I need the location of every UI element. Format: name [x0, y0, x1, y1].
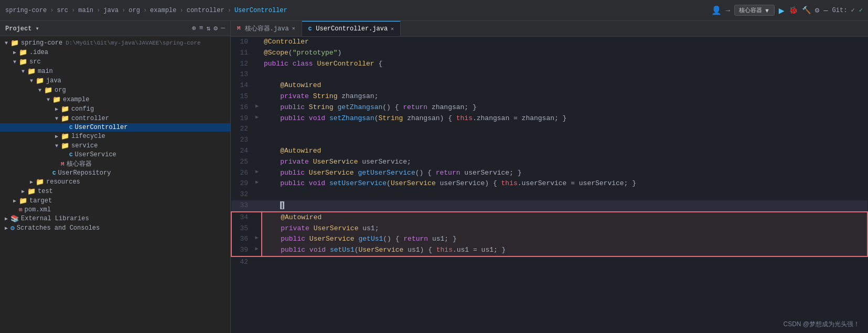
line-number: 42 — [231, 256, 252, 268]
tree-label: lifecycle — [71, 133, 105, 140]
sidebar: Project ▾ ⊕ ≡ ⇅ ⚙ — ▼ 📁 spring-core D:\M… — [0, 21, 231, 333]
tree-label: 核心容器 — [67, 159, 92, 168]
settings-icon[interactable]: ⚙ — [815, 6, 819, 15]
tab-close-btn[interactable]: ✕ — [391, 26, 394, 32]
tab-close-btn[interactable]: ✕ — [292, 25, 295, 31]
line-number: 39 — [231, 245, 252, 256]
tree-label: controller — [71, 115, 109, 122]
run-button[interactable]: ▶ — [779, 5, 785, 16]
arrow-icon[interactable]: → — [726, 6, 730, 15]
tree-item-userservice[interactable]: C UserService — [0, 151, 230, 159]
sidebar-toolbar: ⊕ ≡ ⇅ ⚙ — — [192, 24, 225, 33]
tab-usercontroller[interactable]: C UserController.java ✕ — [302, 21, 401, 36]
tree-label: UserService — [75, 151, 116, 158]
tree-item-target[interactable]: ▶ 📁 target — [0, 196, 230, 206]
tree-label: main — [38, 68, 53, 75]
xml-icon: m — [19, 207, 23, 213]
libs-icon: 📚 — [10, 214, 19, 223]
collapse-all-icon[interactable]: ≡ — [199, 24, 203, 33]
tree-arrow: ▼ — [27, 78, 36, 84]
folder-icon: 📁 — [52, 95, 61, 104]
line-code: public void setZhangsan(String zhangsan)… — [262, 113, 867, 124]
line-gutter[interactable]: ▶ — [252, 168, 262, 179]
tree-item-org[interactable]: ▼ 📁 org — [0, 85, 230, 95]
tree-arrow: ▼ — [10, 59, 19, 65]
code-line: 19▶ public void setZhangsan(String zhang… — [231, 113, 867, 124]
build-icon[interactable]: 🔨 — [802, 6, 811, 15]
tree-item-src[interactable]: ▼ 📁 src — [0, 57, 230, 67]
tree-item-example[interactable]: ▼ 📁 example — [0, 95, 230, 104]
code-line: 36▶ public UserService getUs1() { return… — [231, 234, 867, 245]
code-line: 11@Scope("prototype") — [231, 48, 867, 59]
tree-item-pom[interactable]: m pom.xml — [0, 206, 230, 214]
user-icon[interactable]: 👤 — [711, 5, 722, 16]
tree-arrow: ▶ — [19, 188, 27, 195]
line-code: @Autowired — [262, 212, 867, 223]
code-line: 42 — [231, 256, 867, 268]
editor-tabs: M 核心容器.java ✕ C UserController.java ✕ — [231, 21, 868, 37]
container-button[interactable]: 核心容器 ▼ — [734, 5, 775, 16]
breadcrumb-part: spring-core — [5, 7, 47, 14]
tree-item-main[interactable]: ▼ 📁 main — [0, 67, 230, 76]
line-gutter[interactable]: ▶ — [252, 234, 262, 245]
tree-item-controller[interactable]: ▼ 📁 controller — [0, 114, 230, 123]
toolbar-right: 👤 → 核心容器 ▼ ▶ 🐞 🔨 ⚙ — Git: ✓ ✓ — [711, 5, 863, 16]
line-gutter[interactable]: ▶ — [252, 178, 262, 189]
line-code: public void setUs1(UserService us1) { th… — [262, 245, 867, 256]
folder-icon: 📁 — [19, 48, 27, 57]
checkmark-icon: ✓ — [859, 6, 863, 14]
line-gutter[interactable]: ▶ — [252, 245, 262, 256]
tree-item-resources[interactable]: ▶ 📁 resources — [0, 177, 230, 187]
code-editor[interactable]: 10@Controller11@Scope("prototype")12publ… — [231, 37, 868, 333]
tree-item-service[interactable]: ▼ 📁 service — [0, 141, 230, 151]
tree-item-lifecycle[interactable]: ▶ 📁 lifecycle — [0, 132, 230, 141]
line-number: 16 — [231, 102, 252, 113]
tree-item-test[interactable]: ▶ 📁 test — [0, 187, 230, 196]
breadcrumb: spring-core › src › main › java › org › … — [5, 7, 287, 14]
tree-label: test — [38, 188, 53, 195]
expand-icon[interactable]: ⇅ — [207, 24, 211, 33]
tree-label: target — [29, 197, 52, 205]
tree-item-usercontroller[interactable]: C UserController — [0, 123, 230, 132]
git-label: Git: ✓ — [832, 6, 855, 14]
sync-icon[interactable]: ⊕ — [192, 24, 196, 33]
line-gutter — [252, 124, 262, 135]
tab-core[interactable]: M 核心容器.java ✕ — [231, 21, 302, 36]
line-number: 23 — [231, 135, 252, 146]
java-class-icon: C — [69, 152, 73, 158]
code-line: 32 — [231, 189, 867, 200]
line-code: @Autowired — [262, 80, 867, 91]
tree-item-extlibs[interactable]: ▶ 📚 External Libraries — [0, 214, 230, 223]
line-number: 29 — [231, 178, 252, 189]
line-gutter[interactable]: ▶ — [252, 113, 262, 124]
minimize-icon[interactable]: — — [823, 6, 828, 15]
tree-item-idea[interactable]: ▶ 📁 .idea — [0, 48, 230, 57]
line-code — [262, 124, 867, 135]
line-gutter — [252, 69, 262, 80]
sidebar-title: Project ▾ — [5, 25, 39, 33]
tree-label: .idea — [29, 49, 48, 56]
tree-item-userrepository[interactable]: C UserRepository — [0, 169, 230, 177]
tab-label: UserController.java — [316, 25, 388, 33]
line-gutter — [252, 37, 262, 48]
tree-label: pom.xml — [25, 206, 51, 213]
line-gutter[interactable]: ▶ — [252, 102, 262, 113]
folder-icon: 📁 — [44, 86, 52, 94]
tree-label: src — [29, 58, 41, 66]
tree-item-config[interactable]: ▶ 📁 config — [0, 104, 230, 114]
folder-icon: 📁 — [27, 67, 36, 76]
gear-icon[interactable]: ⚙ — [213, 24, 218, 33]
debug-icon[interactable]: 🐞 — [789, 6, 798, 15]
tree-item-scratches[interactable]: ▶ ⚙ Scratches and Consoles — [0, 223, 230, 233]
line-code: @Autowired — [262, 146, 867, 157]
toolbar: spring-core › src › main › java › org › … — [0, 0, 868, 21]
code-line: 16▶ public String getZhangsan() { return… — [231, 102, 867, 113]
tree-arrow: ▼ — [52, 116, 61, 122]
line-gutter — [252, 223, 262, 234]
folder-icon: 📁 — [61, 142, 69, 150]
tree-item-core[interactable]: M 核心容器 — [0, 159, 230, 169]
tree-item-java[interactable]: ▼ 📁 java — [0, 76, 230, 85]
line-gutter — [252, 91, 262, 102]
close-icon[interactable]: — — [221, 24, 225, 33]
tree-root[interactable]: ▼ 📁 spring-core D:\MyGit\Git\my-java\JAV… — [0, 38, 230, 48]
